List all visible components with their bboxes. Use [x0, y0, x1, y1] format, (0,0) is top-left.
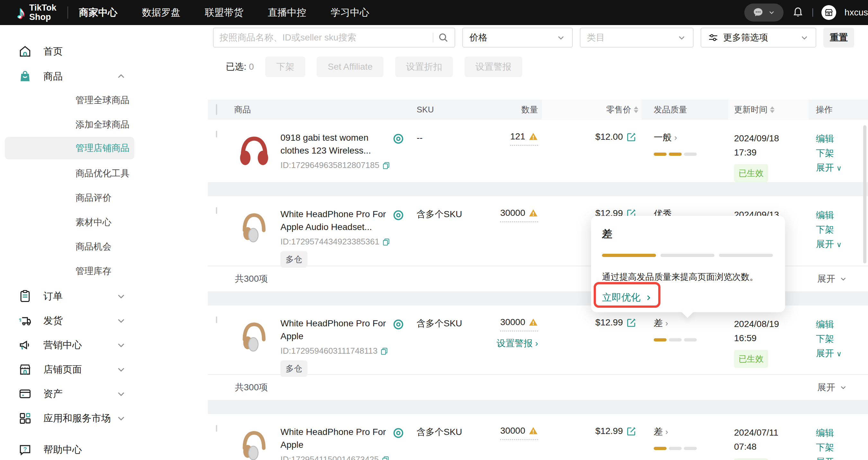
row-checkbox[interactable] [216, 425, 217, 432]
sidebar-subitem-product-reviews[interactable]: 商品评价 [0, 188, 135, 208]
sidebar-item-products[interactable]: 商品 [0, 66, 135, 87]
product-title[interactable]: White HeadPhone Pro For Apple [280, 317, 387, 343]
edit-price-icon[interactable] [626, 317, 637, 328]
quantity-value[interactable]: 30000 [500, 208, 538, 222]
bulk-set-alert-button[interactable]: 设置警报 [465, 57, 522, 77]
quality-cell[interactable]: 差› [642, 426, 728, 450]
sidebar-subitem-manage-global-products[interactable]: 管理全球商品 [0, 90, 135, 111]
sidebar-item-app-marketplace[interactable]: 应用和服务市场 [0, 408, 135, 429]
quality-cell[interactable]: 差› [642, 317, 728, 341]
edit-price-icon[interactable] [626, 131, 637, 142]
product-search-box[interactable] [213, 28, 455, 48]
edit-price-icon[interactable] [626, 426, 637, 436]
edit-link[interactable]: 编辑 [816, 131, 868, 146]
chevron-down-icon[interactable] [116, 340, 127, 350]
more-filters-button[interactable]: 更多筛选项 [701, 28, 816, 48]
sidebar-item-assets[interactable]: 资产 [0, 384, 135, 404]
preview-icon[interactable] [392, 133, 404, 170]
copy-icon[interactable] [381, 456, 390, 460]
quality-cell[interactable]: 一般› [642, 131, 728, 156]
deactivate-link[interactable]: 下架 [816, 440, 868, 455]
preview-icon[interactable] [392, 427, 404, 460]
deactivate-link[interactable]: 下架 [816, 222, 868, 237]
copy-icon[interactable] [382, 161, 390, 170]
quantity-value[interactable]: 30000 [500, 317, 538, 332]
sku-total-label: 共300项 [235, 273, 268, 285]
quantity-value[interactable]: 121 [510, 131, 538, 146]
nav-affiliate[interactable]: 联盟带货 [205, 6, 244, 19]
sidebar-subitem-asset-center[interactable]: 素材中心 [0, 212, 135, 233]
footer-expand-link[interactable]: 展开 [817, 381, 847, 394]
sidebar-subitem-product-opportunities[interactable]: 商品机会 [0, 237, 135, 257]
row-checkbox[interactable] [216, 131, 217, 137]
sidebar-assets-label: 资产 [43, 388, 63, 401]
reset-button[interactable]: 重置 [823, 28, 854, 48]
nav-learning-center[interactable]: 学习中心 [331, 6, 369, 19]
shop-avatar[interactable] [822, 5, 836, 20]
sidebar-subitem-manage-inventory[interactable]: 管理库存 [0, 261, 135, 281]
footer-expand-link[interactable]: 展开 [817, 273, 847, 285]
account-name[interactable]: hxcus [844, 7, 868, 18]
nav-data-compass[interactable]: 数据罗盘 [142, 6, 181, 19]
deactivate-link[interactable]: 下架 [816, 332, 868, 346]
expand-link[interactable]: 展开 ∨ [816, 455, 868, 460]
scrollbar-thumb[interactable] [863, 125, 866, 264]
expand-link[interactable]: 展开 ∨ [816, 237, 868, 252]
product-row: White HeadPhone Pro For Apple ID:1729594… [208, 306, 868, 400]
sort-icon[interactable] [770, 106, 775, 113]
chevron-down-icon[interactable] [116, 388, 127, 399]
quantity-value[interactable]: 30000 [500, 426, 538, 440]
row-checkbox[interactable] [216, 316, 217, 323]
sidebar-subitem-manage-shop-products[interactable]: 管理店铺商品 [0, 138, 135, 158]
messages-button[interactable] [744, 3, 783, 22]
sort-icon[interactable] [634, 106, 638, 113]
bulk-set-discount-button[interactable]: 设置折扣 [395, 57, 453, 77]
category-filter-select[interactable]: 类目 [580, 28, 693, 48]
sidebar-item-orders[interactable]: 订单 [0, 286, 135, 306]
chevron-down-icon[interactable] [116, 291, 127, 302]
sidebar-item-home[interactable]: 首页 [0, 41, 135, 62]
edit-link[interactable]: 编辑 [816, 426, 868, 440]
product-title[interactable]: White HeadPhone Pro For Apple [280, 426, 387, 451]
row-checkbox[interactable] [216, 207, 217, 214]
chevron-down-icon[interactable] [116, 315, 127, 326]
notifications-bell-icon[interactable] [792, 6, 804, 19]
nav-live-center[interactable]: 直播中控 [268, 6, 307, 19]
sidebar-item-marketing[interactable]: 营销中心 [0, 335, 135, 355]
expand-link[interactable]: 展开 ∨ [816, 346, 868, 361]
col-header-updated[interactable]: 更新时间 [728, 99, 809, 120]
deactivate-link[interactable]: 下架 [816, 146, 868, 160]
chevron-down-icon[interactable] [116, 413, 127, 424]
product-title[interactable]: White HeadPhone Pro For Apple Audio Head… [280, 208, 387, 234]
search-input[interactable] [219, 32, 428, 43]
edit-link[interactable]: 编辑 [816, 317, 868, 332]
quality-bars [654, 338, 728, 341]
bulk-deactivate-button[interactable]: 下架 [265, 57, 305, 77]
edit-link[interactable]: 编辑 [816, 208, 868, 222]
col-header-price[interactable]: 零售价 [542, 99, 642, 120]
price-filter-select[interactable]: 价格 [462, 28, 573, 48]
expand-link[interactable]: 展开 ∨ [816, 160, 868, 175]
nav-seller-center[interactable]: 商家中心 [79, 6, 118, 19]
copy-icon[interactable] [382, 238, 390, 246]
updated-date: 2024/08/19 [734, 317, 809, 331]
col-header-sku: SKU [410, 105, 491, 115]
preview-icon[interactable] [392, 318, 404, 377]
bulk-set-affiliate-button[interactable]: Set Affiliate [317, 57, 383, 77]
tiktok-shop-logo[interactable]: ♪ TikTokShop [17, 3, 57, 22]
sidebar-item-shop-pages[interactable]: 店铺页面 [0, 359, 135, 380]
sidebar-subitem-add-global-products[interactable]: 添加全球商品 [0, 114, 135, 135]
sidebar-subitem-product-optimizer[interactable]: 商品优化工具 [0, 163, 135, 184]
set-alert-link[interactable]: 设置警报 › [491, 337, 538, 349]
chevron-up-icon[interactable] [116, 71, 127, 82]
preview-icon[interactable] [392, 209, 404, 268]
sidebar-item-shipping[interactable]: 发货 [0, 310, 135, 331]
select-all-checkbox[interactable] [216, 104, 217, 115]
product-title[interactable]: 0918 gabi test women clothes 123 Wireles… [280, 131, 387, 157]
search-icon[interactable] [438, 32, 449, 43]
storefront-icon [18, 362, 32, 377]
copy-icon[interactable] [380, 347, 389, 355]
chevron-down-icon[interactable] [116, 364, 127, 375]
warning-icon [528, 208, 538, 218]
sidebar-item-help-center[interactable]: ? 帮助中心 [0, 439, 135, 460]
